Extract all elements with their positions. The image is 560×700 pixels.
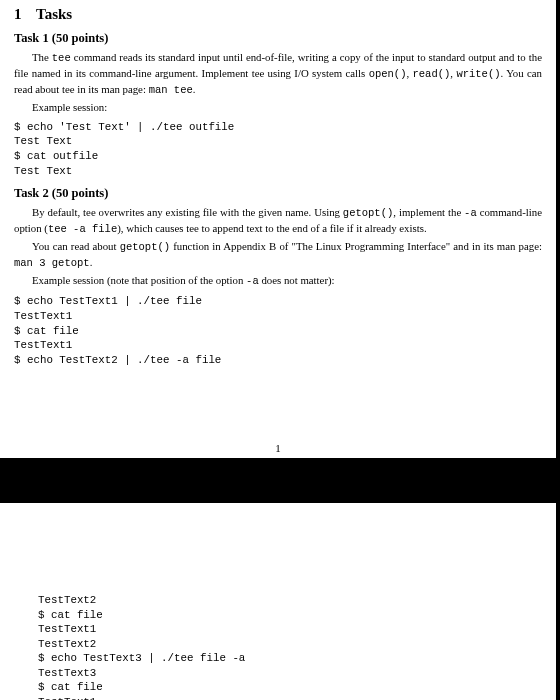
- text: Example session (note that position of t…: [32, 274, 246, 286]
- task1-para2: Example session:: [14, 100, 542, 114]
- task2-heading: Task 2 (50 points): [14, 186, 542, 201]
- code-a-flag: -a: [246, 275, 259, 287]
- code-getopt: getopt(): [343, 207, 393, 219]
- page-separator: [0, 458, 560, 503]
- text: You can read about: [32, 240, 120, 252]
- text: The: [32, 51, 52, 63]
- code-tee: tee: [52, 52, 71, 64]
- text: .: [90, 256, 93, 268]
- text: By default, tee overwrites any existing …: [32, 206, 343, 218]
- section-number: 1: [14, 6, 36, 23]
- task2-para3: Example session (note that position of t…: [14, 273, 542, 289]
- task2-para1: By default, tee overwrites any existing …: [14, 205, 542, 237]
- task1-session: $ echo 'Test Text' | ./tee outfile Test …: [14, 120, 542, 178]
- text: , implement the: [393, 206, 464, 218]
- section-heading: 1Tasks: [14, 6, 542, 23]
- code-getopt: getopt(): [120, 241, 170, 253]
- section-title: Tasks: [36, 6, 72, 22]
- text: ), which causes tee to append text to th…: [117, 222, 426, 234]
- code-read: read(): [413, 68, 451, 80]
- code-write: write(): [456, 68, 500, 80]
- task1-para1: The tee command reads its standard input…: [14, 50, 542, 98]
- code-man-getopt: man 3 getopt: [14, 257, 90, 269]
- task2-session-part2: TestText2 $ cat file TestText1 TestText2…: [38, 593, 542, 700]
- page-1: 1Tasks Task 1 (50 points) The tee comman…: [0, 0, 560, 458]
- page-2: TestText2 $ cat file TestText1 TestText2…: [0, 503, 560, 700]
- code-tee-a-file: tee -a file: [48, 223, 117, 235]
- task2-para2: You can read about getopt() function in …: [14, 239, 542, 271]
- text: function in Appendix B of "The Linux Pro…: [170, 240, 542, 252]
- text: .: [193, 83, 196, 95]
- task1-heading: Task 1 (50 points): [14, 31, 542, 46]
- code-a-flag: -a: [464, 207, 477, 219]
- code-man-tee: man tee: [149, 84, 193, 96]
- page-number: 1: [0, 442, 556, 454]
- text: does not matter):: [259, 274, 335, 286]
- code-open: open(): [369, 68, 407, 80]
- task2-session-part1: $ echo TestText1 | ./tee file TestText1 …: [14, 294, 542, 367]
